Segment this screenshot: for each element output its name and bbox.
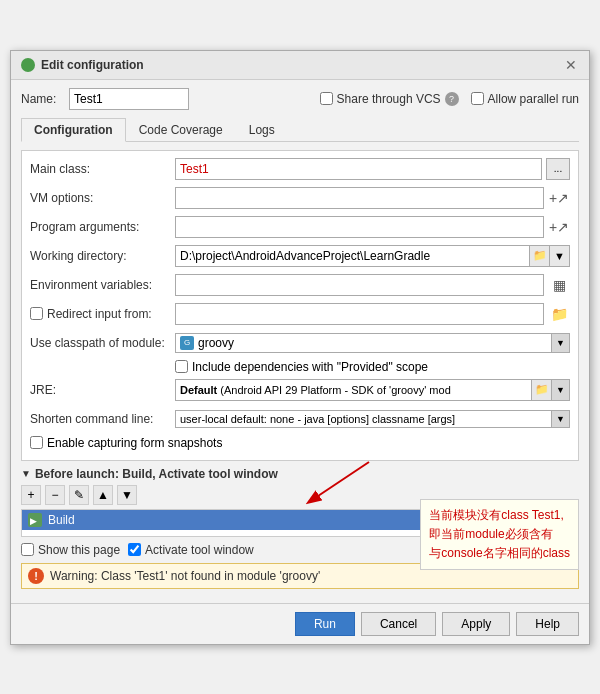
name-row-right: Share through VCS ? Allow parallel run xyxy=(320,92,579,106)
name-input[interactable] xyxy=(69,88,189,110)
cancel-button[interactable]: Cancel xyxy=(361,612,436,636)
redirect-label: Redirect input from: xyxy=(30,307,175,321)
shorten-value: user-local default: none - java [options… xyxy=(180,413,455,425)
program-args-input-group: +↗ xyxy=(175,216,570,238)
title-bar-left: Edit configuration xyxy=(21,58,144,72)
tab-code-coverage[interactable]: Code Coverage xyxy=(126,118,236,142)
main-class-row: Main class: ... xyxy=(30,157,570,181)
before-launch-label: Before launch: Build, Activate tool wind… xyxy=(35,467,278,481)
tab-configuration[interactable]: Configuration xyxy=(21,118,126,142)
show-page-checkbox[interactable] xyxy=(21,543,34,556)
include-deps-label: Include dependencies with "Provided" sco… xyxy=(192,360,428,374)
redirect-checkbox[interactable] xyxy=(30,307,43,320)
working-dir-input[interactable] xyxy=(176,246,529,266)
classpath-row: Use classpath of module: G groovy ▼ xyxy=(30,331,570,355)
shorten-label: Shorten command line: xyxy=(30,412,175,426)
redirect-row: Redirect input from: 📁 xyxy=(30,302,570,326)
activate-tool-checkbox[interactable] xyxy=(128,543,141,556)
bottom-buttons: Run Cancel Apply Help xyxy=(11,603,589,644)
allow-parallel-label[interactable]: Allow parallel run xyxy=(471,92,579,106)
share-vcs-label[interactable]: Share through VCS ? xyxy=(320,92,459,106)
redirect-input-group: 📁 xyxy=(175,303,570,325)
redirect-input[interactable] xyxy=(175,303,544,325)
warning-text: Warning: Class 'Test1' not found in modu… xyxy=(50,569,320,583)
env-vars-row: Environment variables: ▦ xyxy=(30,273,570,297)
show-row: Show this page Activate tool window xyxy=(21,543,579,557)
program-args-expand-btn[interactable]: +↗ xyxy=(548,216,570,238)
expand-icon[interactable]: ▼ xyxy=(21,468,31,479)
title-bar: Edit configuration ✕ xyxy=(11,51,589,80)
main-class-input[interactable] xyxy=(175,158,542,180)
allow-parallel-checkbox[interactable] xyxy=(471,92,484,105)
warning-icon: ! xyxy=(28,568,44,584)
program-args-row: Program arguments: +↗ xyxy=(30,215,570,239)
jre-row: JRE: Default (Android API 29 Platform - … xyxy=(30,378,570,402)
dialog-body: Name: Share through VCS ? Allow parallel… xyxy=(11,80,589,603)
vm-options-row: VM options: +↗ xyxy=(30,186,570,210)
up-btn[interactable]: ▲ xyxy=(93,485,113,505)
groovy-icon: G xyxy=(180,336,194,350)
env-vars-icon-btn[interactable]: ▦ xyxy=(548,274,570,296)
activate-tool-label[interactable]: Activate tool window xyxy=(128,543,254,557)
jre-dropdown-arrow[interactable]: ▼ xyxy=(551,380,569,400)
working-dir-label: Working directory: xyxy=(30,249,175,263)
before-launch-section: ▼ Before launch: Build, Activate tool wi… xyxy=(21,467,579,589)
classpath-dropdown-arrow[interactable]: ▼ xyxy=(551,334,569,352)
name-row: Name: Share through VCS ? Allow parallel… xyxy=(21,88,579,110)
program-args-label: Program arguments: xyxy=(30,220,175,234)
tab-logs[interactable]: Logs xyxy=(236,118,288,142)
working-dir-dropdown-btn[interactable]: ▼ xyxy=(549,246,569,266)
apply-button[interactable]: Apply xyxy=(442,612,510,636)
shorten-row: Shorten command line: user-local default… xyxy=(30,407,570,431)
vcs-help-icon[interactable]: ? xyxy=(445,92,459,106)
working-dir-btns: 📁 ▼ xyxy=(529,246,569,266)
help-button[interactable]: Help xyxy=(516,612,579,636)
name-label: Name: xyxy=(21,92,61,106)
svg-text:▶: ▶ xyxy=(30,516,37,526)
main-class-label: Main class: xyxy=(30,162,175,176)
show-page-label[interactable]: Show this page xyxy=(21,543,120,557)
add-btn[interactable]: + xyxy=(21,485,41,505)
build-item[interactable]: ▶ Build xyxy=(22,510,578,530)
jre-value: Default (Android API 29 Platform - SDK o… xyxy=(180,384,451,396)
form-section: Main class: ... VM options: +↗ Program a… xyxy=(21,150,579,461)
vm-options-input[interactable] xyxy=(175,187,544,209)
redirect-folder-btn[interactable]: 📁 xyxy=(548,303,570,325)
working-dir-input-group: 📁 ▼ xyxy=(175,245,570,267)
jre-select-inner: Default (Android API 29 Platform - SDK o… xyxy=(176,380,531,400)
dialog-title: Edit configuration xyxy=(41,58,144,72)
vm-options-expand-btn[interactable]: +↗ xyxy=(548,187,570,209)
include-deps-row: Include dependencies with "Provided" sco… xyxy=(30,360,570,374)
main-class-browse-btn[interactable]: ... xyxy=(546,158,570,180)
jre-label: JRE: xyxy=(30,383,175,397)
main-class-input-group: ... xyxy=(175,158,570,180)
shorten-dropdown-arrow[interactable]: ▼ xyxy=(551,411,569,427)
working-dir-row: Working directory: 📁 ▼ xyxy=(30,244,570,268)
working-dir-folder-btn[interactable]: 📁 xyxy=(529,246,549,266)
warning-row: ! Warning: Class 'Test1' not found in mo… xyxy=(21,563,579,589)
before-launch-content: ▶ Build 当前模块没有class Test1, 即当前module必须含有… xyxy=(21,509,579,537)
close-button[interactable]: ✕ xyxy=(563,57,579,73)
down-btn[interactable]: ▼ xyxy=(117,485,137,505)
include-deps-checkbox[interactable] xyxy=(175,360,188,373)
jre-folder-btn[interactable]: 📁 xyxy=(531,380,551,400)
toolbar-row: + − ✎ ▲ ▼ xyxy=(21,485,579,505)
app-icon xyxy=(21,58,35,72)
build-list: ▶ Build xyxy=(21,509,579,537)
run-button[interactable]: Run xyxy=(295,612,355,636)
shorten-select-inner: user-local default: none - java [options… xyxy=(176,411,551,427)
edit-configuration-dialog: Edit configuration ✕ Name: Share through… xyxy=(10,50,590,645)
shorten-select-combo: user-local default: none - java [options… xyxy=(175,410,570,428)
edit-btn[interactable]: ✎ xyxy=(69,485,89,505)
build-item-text: Build xyxy=(48,513,75,527)
program-args-input[interactable] xyxy=(175,216,544,238)
remove-btn[interactable]: − xyxy=(45,485,65,505)
jre-select-combo: Default (Android API 29 Platform - SDK o… xyxy=(175,379,570,401)
capture-label: Enable capturing form snapshots xyxy=(47,436,222,450)
vm-options-input-group: +↗ xyxy=(175,187,570,209)
classpath-label: Use classpath of module: xyxy=(30,336,175,350)
capture-row: Enable capturing form snapshots xyxy=(30,436,570,454)
capture-checkbox[interactable] xyxy=(30,436,43,449)
share-vcs-checkbox[interactable] xyxy=(320,92,333,105)
env-vars-input[interactable] xyxy=(175,274,544,296)
